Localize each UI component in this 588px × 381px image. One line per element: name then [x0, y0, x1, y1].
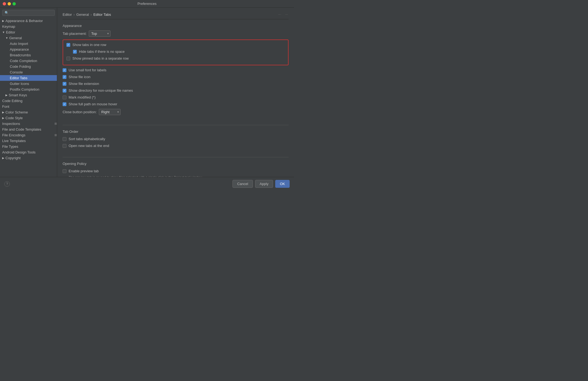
sort-alpha-label: Sort tabs alphabetically — [69, 137, 105, 141]
sidebar-item-copyright[interactable]: ▶ Copyright — [0, 155, 57, 161]
breadcrumb-current: Editor Tabs — [93, 13, 111, 17]
tab-placement-row: Tab placement: Top Bottom Left Right Non… — [63, 30, 289, 37]
search-input[interactable] — [2, 10, 55, 16]
tab-order-title: Tab Order — [63, 130, 289, 134]
breadcrumb-editor: Editor — [63, 13, 72, 17]
bottom-bar: ? Cancel Apply OK — [0, 177, 294, 190]
maximize-button[interactable] — [13, 2, 16, 5]
tab-placement-dropdown[interactable]: Top Bottom Left Right None — [89, 30, 111, 37]
content-area: Editor › General › Editor Tabs ← → Appea… — [57, 8, 294, 177]
show-pinned-separate-checkbox[interactable] — [66, 57, 70, 60]
hide-tabs-no-space-label: Hide tabs if there is no space — [79, 50, 125, 54]
sidebar-item-font[interactable]: Font — [0, 104, 57, 109]
breadcrumb-general: General — [76, 13, 89, 17]
preview-tab-label: Enable preview tab — [69, 169, 99, 173]
sidebar-item-file-code-templates[interactable]: File and Code Templates — [0, 127, 57, 132]
sidebar-item-keymap[interactable]: Keymap — [0, 24, 57, 29]
close-button-position-row: Close button position: Right Left None — [63, 109, 289, 115]
divider-1 — [63, 125, 289, 125]
preview-tab-checkbox[interactable] — [63, 169, 66, 173]
full-path-checkbox[interactable] — [63, 102, 66, 106]
show-icon-label: Show file icon — [69, 75, 90, 79]
sidebar-item-code-editing[interactable]: Code Editing — [0, 98, 57, 104]
highlighted-options-group: Show tabs in one row Hide tabs if there … — [63, 39, 289, 65]
sidebar-item-file-encodings[interactable]: File Encodings ⊞ — [0, 132, 57, 138]
sidebar-item-appearance-behavior[interactable]: ▶ Appearance & Behavior — [0, 18, 57, 24]
divider-2 — [63, 157, 289, 157]
show-tabs-one-row-row: Show tabs in one row — [66, 42, 285, 47]
mark-modified-label: Mark modified (*) — [69, 95, 96, 99]
small-font-checkbox[interactable] — [63, 68, 66, 72]
appearance-title: Appearance — [63, 24, 289, 28]
title-bar: Preferences — [0, 0, 294, 8]
open-end-checkbox[interactable] — [63, 144, 66, 148]
full-path-label: Show full path on mouse hover — [69, 102, 117, 106]
open-end-label: Open new tabs at the end — [69, 144, 109, 148]
show-tabs-one-row-checkbox[interactable] — [66, 43, 70, 47]
breadcrumb-sep1: › — [74, 13, 75, 17]
sidebar-item-appearance[interactable]: Appearance — [0, 47, 57, 52]
main-layout: ▶ Appearance & Behavior Keymap ▼ Editor … — [0, 8, 294, 177]
show-directory-label: Show directory for non-unique file names — [69, 88, 133, 93]
preview-tab-row: Enable preview tab — [63, 168, 289, 174]
sidebar: ▶ Appearance & Behavior Keymap ▼ Editor … — [0, 8, 57, 177]
opening-policy-section: Opening Policy Enable preview tab The pr… — [63, 162, 289, 177]
show-icon-checkbox[interactable] — [63, 75, 66, 79]
ok-button[interactable]: OK — [275, 180, 290, 188]
sidebar-item-postfix-completion[interactable]: Postfix Completion — [0, 87, 57, 92]
sidebar-item-editor[interactable]: ▼ Editor — [0, 29, 57, 35]
sidebar-item-smart-keys[interactable]: ▶ Smart Keys — [0, 92, 57, 98]
sidebar-item-console[interactable]: Console — [0, 69, 57, 75]
sidebar-item-file-types[interactable]: File Types — [0, 144, 57, 149]
tab-order-section: Tab Order Sort tabs alphabetically Open … — [63, 130, 289, 150]
help-button[interactable]: ? — [4, 181, 10, 187]
close-button-dropdown[interactable]: Right Left None — [99, 109, 121, 115]
show-extension-row: Show file extension — [63, 81, 289, 86]
nav-forward-button[interactable]: → — [284, 12, 289, 17]
cancel-button[interactable]: Cancel — [232, 180, 253, 188]
breadcrumb-sep2: › — [91, 13, 92, 17]
bottom-buttons: Cancel Apply OK — [232, 180, 290, 188]
hide-tabs-no-space-checkbox[interactable] — [73, 50, 77, 54]
window-controls[interactable] — [3, 2, 16, 5]
sidebar-item-android-design-tools[interactable]: Android Design Tools — [0, 149, 57, 155]
appearance-section: Appearance Tab placement: Top Bottom Lef… — [63, 24, 289, 118]
small-font-label: Use small font for labels — [69, 68, 106, 72]
mark-modified-checkbox[interactable] — [63, 96, 66, 99]
small-font-row: Use small font for labels — [63, 67, 289, 73]
sidebar-item-editor-tabs[interactable]: Editor Tabs — [0, 75, 57, 81]
close-button-dropdown-wrapper: Right Left None — [99, 109, 121, 115]
sort-alpha-row: Sort tabs alphabetically — [63, 136, 289, 142]
inspections-badge: ⊞ — [54, 122, 57, 125]
sidebar-item-breadcrumbs[interactable]: Breadcrumbs — [0, 52, 57, 58]
show-directory-row: Show directory for non-unique file names — [63, 88, 289, 93]
sidebar-item-live-templates[interactable]: Live Templates — [0, 138, 57, 144]
show-icon-row: Show file icon — [63, 74, 289, 79]
tab-placement-label: Tab placement: — [63, 32, 87, 36]
nav-back-button[interactable]: ← — [278, 12, 282, 17]
breadcrumb: Editor › General › Editor Tabs ← → — [63, 12, 289, 19]
close-button-label: Close button position: — [63, 110, 97, 114]
close-button[interactable] — [3, 2, 6, 5]
sidebar-item-gutter-icons[interactable]: Gutter Icons — [0, 81, 57, 87]
full-path-row: Show full path on mouse hover — [63, 102, 289, 107]
sidebar-item-general[interactable]: ▼ General — [0, 35, 57, 41]
sidebar-item-auto-import[interactable]: Auto Import — [0, 41, 57, 47]
window-title: Preferences — [137, 2, 157, 6]
apply-button[interactable]: Apply — [255, 180, 273, 188]
sidebar-item-color-scheme[interactable]: ▶ Color Scheme — [0, 109, 57, 115]
sort-alpha-checkbox[interactable] — [63, 137, 66, 141]
opening-policy-title: Opening Policy — [63, 162, 289, 166]
minimize-button[interactable] — [8, 2, 11, 5]
sidebar-item-code-folding[interactable]: Code Folding — [0, 64, 57, 69]
sidebar-item-inspections[interactable]: Inspections ⊞ — [0, 121, 57, 127]
sidebar-item-code-completion[interactable]: Code Completion — [0, 58, 57, 64]
hide-tabs-no-space-row: Hide tabs if there is no space — [73, 49, 285, 54]
nav-arrows: ← → — [278, 12, 289, 17]
show-pinned-separate-row: Show pinned tabs in a separate row — [66, 56, 285, 61]
show-tabs-one-row-label: Show tabs in one row — [72, 43, 106, 47]
show-directory-checkbox[interactable] — [63, 89, 66, 93]
sidebar-item-code-style[interactable]: ▶ Code Style — [0, 115, 57, 121]
file-encodings-badge: ⊞ — [54, 133, 57, 137]
show-extension-checkbox[interactable] — [63, 82, 66, 86]
